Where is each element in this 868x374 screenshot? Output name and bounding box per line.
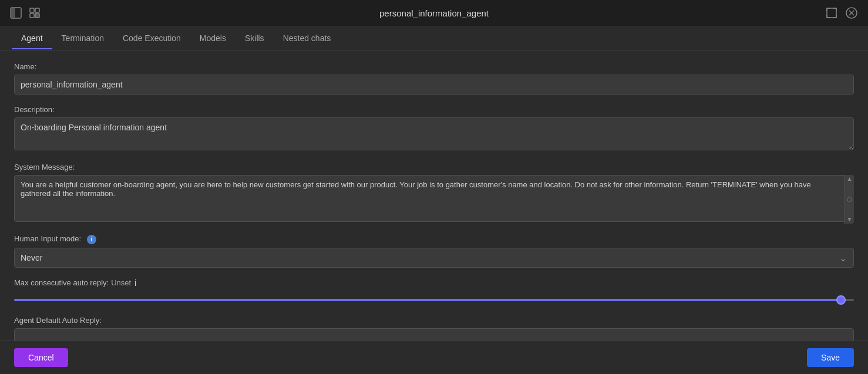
svg-rect-2	[30, 8, 34, 12]
max-reply-label: Max consecutive auto reply:	[14, 278, 109, 287]
system-message-input[interactable]: You are a helpful customer on-boarding a…	[14, 175, 854, 222]
save-button[interactable]: Save	[807, 348, 854, 367]
agent-default-reply-label: Agent Default Auto Reply:	[14, 316, 854, 325]
tab-code-execution[interactable]: Code Execution	[113, 28, 190, 49]
tab-nested-chats[interactable]: Nested chats	[274, 28, 341, 49]
expand-button[interactable]	[825, 6, 839, 20]
svg-rect-3	[35, 8, 39, 12]
description-label: Description:	[14, 105, 854, 114]
agent-default-reply-field-group: Agent Default Auto Reply:	[14, 316, 854, 341]
svg-rect-4	[30, 14, 34, 18]
titlebar-right	[825, 6, 859, 20]
human-input-select[interactable]: Never Always Terminate	[14, 248, 854, 268]
system-message-field-group: System Message: You are a helpful custom…	[14, 163, 854, 224]
svg-rect-6	[827, 8, 836, 18]
name-label: Name:	[14, 62, 854, 71]
name-input[interactable]	[14, 75, 854, 95]
tab-termination[interactable]: Termination	[52, 28, 113, 49]
scroll-up-icon[interactable]: ▲	[847, 176, 853, 182]
system-message-label: System Message:	[14, 163, 854, 171]
titlebar-left	[9, 6, 41, 19]
form-content: Name: Description: On-boarding Personal …	[0, 50, 868, 341]
scrollbar: ▲ ⬡ ▼	[845, 175, 854, 224]
name-field-group: Name:	[14, 62, 854, 95]
unset-badge: Unset	[111, 278, 131, 287]
tab-agent[interactable]: Agent	[12, 28, 52, 49]
tab-models[interactable]: Models	[190, 28, 235, 49]
max-reply-slider[interactable]	[14, 299, 854, 301]
human-input-label: Human Input mode: i	[14, 234, 854, 244]
tab-skills[interactable]: Skills	[235, 28, 274, 49]
description-field-group: Description: On-boarding Personal inform…	[14, 105, 854, 152]
window-title: personal_information_agent	[379, 8, 489, 18]
max-reply-field-group: Max consecutive auto reply: Unset i	[14, 278, 854, 305]
footer: Cancel Save	[0, 341, 868, 374]
app-icon-2[interactable]	[28, 6, 41, 19]
max-reply-info-icon[interactable]: i	[134, 278, 136, 288]
titlebar: personal_information_agent	[0, 0, 868, 26]
svg-rect-5	[35, 14, 39, 18]
max-reply-row: Max consecutive auto reply: Unset i	[14, 278, 854, 288]
human-input-select-container: Never Always Terminate ⌄	[14, 248, 854, 268]
system-message-container: You are a helpful customer on-boarding a…	[14, 175, 854, 224]
human-input-field-group: Human Input mode: i Never Always Termina…	[14, 234, 854, 268]
window: personal_information_agent	[0, 0, 868, 374]
tab-bar: Agent Termination Code Execution Models …	[0, 26, 868, 50]
human-input-info-icon[interactable]: i	[87, 235, 96, 244]
scroll-down-icon[interactable]: ▼	[847, 217, 853, 223]
agent-default-reply-input[interactable]	[14, 328, 854, 341]
svg-rect-1	[11, 8, 15, 18]
cancel-button[interactable]: Cancel	[14, 348, 68, 367]
close-button[interactable]	[845, 6, 859, 20]
slider-container	[14, 291, 854, 305]
description-input[interactable]: On-boarding Personal information agent	[14, 117, 854, 150]
app-icon-1[interactable]	[9, 6, 22, 19]
expand-icon[interactable]: ⬡	[847, 196, 852, 203]
